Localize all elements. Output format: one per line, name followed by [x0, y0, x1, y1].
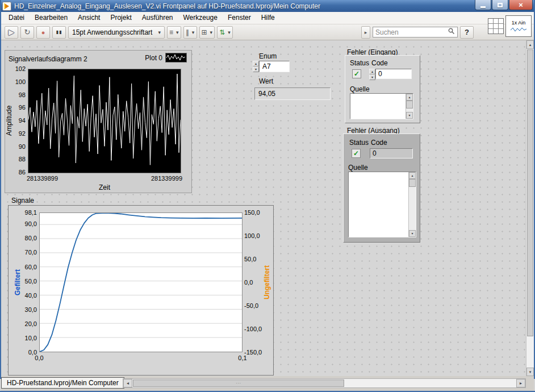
scroll-right-icon[interactable]: ▸	[516, 379, 525, 387]
quelle-indicator: ▴ ▾	[348, 172, 416, 237]
fehler-ausgang-cluster: Status Code ✓ 0 Quelle ▴ ▾	[343, 134, 420, 243]
scroll-down-icon[interactable]: ▾	[526, 368, 534, 376]
horizontal-scroll-thumb[interactable]: ∙∙∙	[133, 380, 344, 387]
wert-value: 94,05	[258, 90, 275, 98]
fehler-eingang-cluster: Status Code ✓ ▴ ▾ 0 Quelle ▴ ▾	[345, 55, 420, 123]
quelle-label: Quelle	[348, 164, 368, 172]
quelle-input[interactable]: ▴ ▾	[350, 93, 413, 119]
signale-graph[interactable]: Gefiltert 98,190,080,070,060,050,040,030…	[8, 205, 274, 376]
code-value-field: 0	[370, 148, 413, 159]
search-input[interactable]: Suchen	[373, 27, 458, 37]
search-scope-button[interactable]: ▸	[361, 26, 370, 39]
enum-spinner[interactable]: ▴ ▾	[253, 61, 259, 72]
spin-down-icon[interactable]: ▾	[253, 66, 259, 72]
help-button[interactable]: ?	[460, 26, 474, 39]
menu-bearbeiten[interactable]: Bearbeiten	[30, 12, 73, 24]
right-axis-ticks: 150,0100,050,00,0-50,0-100,0-150,0	[244, 206, 261, 375]
menu-ansicht[interactable]: Ansicht	[73, 12, 105, 24]
chevron-down-icon: ▾	[192, 30, 195, 35]
signale-right-tick: -50,0	[244, 302, 261, 309]
resize-objects-icon: ⊞	[202, 28, 207, 36]
menu-werkzeuge[interactable]: Werkzeuge	[178, 12, 222, 24]
vi-icon-waveform	[510, 27, 527, 32]
waveform-y-tick: 88	[9, 156, 26, 162]
scroll-down-icon[interactable]: ▾	[409, 230, 416, 237]
quelle-scrollbar[interactable]: ▴ ▾	[406, 94, 413, 119]
minimize-icon	[480, 6, 486, 8]
code-input[interactable]: ▴ ▾ 0	[369, 69, 412, 79]
menu-fenster[interactable]: Fenster	[223, 12, 256, 24]
vi-icon: 1x Ain	[505, 15, 532, 37]
signale-left-tick: 20,0	[20, 320, 37, 327]
spin-up-icon[interactable]: ▴	[369, 69, 375, 74]
menu-datei[interactable]: Datei	[3, 12, 30, 24]
plot-legend[interactable]: Plot 0	[145, 53, 187, 62]
maximize-button[interactable]	[492, 0, 508, 10]
font-selector[interactable]: 15pt Anwendungsschriftart ▾	[68, 26, 165, 39]
vertical-scroll-thumb[interactable]	[527, 49, 533, 336]
scroll-up-icon[interactable]: ▴	[409, 172, 416, 179]
menu-ausfuehren[interactable]: Ausführen	[137, 12, 178, 24]
titlebar[interactable]: HD_Einzelner_Analog_Eingang_Auslesen_V2.…	[0, 0, 535, 12]
menu-hilfe[interactable]: Hilfe	[256, 12, 280, 24]
vertical-scrollbar[interactable]: ▴ ▾	[526, 40, 534, 376]
waveform-plot-area[interactable]	[28, 69, 181, 173]
wert-label: Wert	[259, 77, 273, 85]
waveform-y-tick: 92	[9, 130, 26, 137]
run-button[interactable]: ▶	[5, 26, 18, 39]
signale-left-tick: 30,0	[20, 306, 37, 313]
code-value: 0	[373, 149, 377, 157]
spin-up-icon[interactable]: ▴	[253, 61, 259, 66]
status-led[interactable]: ✓	[352, 69, 361, 78]
menu-projekt[interactable]: Projekt	[105, 12, 136, 24]
code-value-field[interactable]: 0	[375, 69, 412, 79]
distribute-objects-dropdown[interactable]: ∥ ▾	[183, 26, 197, 39]
code-label: Code	[371, 59, 388, 67]
scroll-left-icon[interactable]: ◂	[123, 379, 132, 387]
left-axis-ticks: 98,190,080,070,060,050,040,030,020,010,0…	[20, 206, 37, 375]
signale-left-tick: 10,0	[20, 335, 37, 341]
align-objects-dropdown[interactable]: ≡ ▾	[167, 26, 181, 39]
waveform-chart[interactable]: Signalverlaufsdiagramm 2 Plot 0 Amplitud…	[5, 50, 192, 193]
spin-down-icon[interactable]: ▾	[369, 74, 375, 80]
waveform-y-tick: 94	[9, 117, 26, 124]
pause-button[interactable]: ▮▮	[52, 26, 66, 39]
reorder-dropdown[interactable]: ⇅ ▾	[217, 26, 233, 39]
signale-label: Signale	[11, 197, 34, 205]
enum-value: A7	[262, 62, 271, 70]
check-icon: ✓	[354, 70, 360, 77]
scroll-down-icon[interactable]: ▾	[406, 112, 413, 119]
code-spinner[interactable]: ▴ ▾	[369, 69, 375, 79]
waveform-y-tick: 86	[9, 169, 26, 176]
target-context-tab[interactable]: HD-Pruefstand.lvproj/Mein Computer	[1, 377, 124, 389]
resize-objects-dropdown[interactable]: ⊞ ▾	[199, 26, 215, 39]
chevron-down-icon: ▾	[158, 30, 161, 35]
scroll-thumb[interactable]	[409, 179, 416, 187]
code-value: 0	[378, 70, 382, 78]
enum-control[interactable]: ▴ ▾ A7	[253, 61, 290, 72]
quelle-scrollbar[interactable]: ▴ ▾	[408, 172, 416, 237]
horizontal-scrollbar[interactable]: ◂ ∙∙∙ ▸	[123, 378, 526, 388]
scroll-thumb[interactable]	[406, 101, 413, 109]
enum-value-field[interactable]: A7	[259, 61, 290, 72]
scrollbar-corner	[526, 376, 534, 391]
signale-plot-area[interactable]	[39, 212, 243, 352]
plot0-sample-icon	[165, 53, 187, 62]
close-button[interactable]: ×	[509, 0, 533, 10]
scroll-up-icon[interactable]: ▴	[406, 94, 413, 101]
scroll-up-icon[interactable]: ▴	[526, 40, 534, 49]
window-title: HD_Einzelner_Analog_Eingang_Auslesen_V2.…	[14, 2, 320, 10]
run-continuous-icon: ↻	[24, 28, 31, 36]
right-axis-label: Ungefiltert	[262, 212, 271, 352]
front-panel: Signalverlaufsdiagramm 2 Plot 0 Amplitud…	[1, 40, 526, 376]
run-icon: ▶	[9, 28, 14, 36]
run-continuous-button[interactable]: ↻	[20, 26, 34, 39]
icon-pane: 1x Ain	[488, 14, 532, 39]
waveform-y-axis-ticks: 10210098969492908886	[9, 51, 26, 193]
maximize-icon	[498, 3, 503, 7]
signale-right-tick: 100,0	[244, 232, 261, 239]
abort-button[interactable]: ●	[36, 26, 50, 39]
menu-bar: Datei Bearbeiten Ansicht Projekt Ausführ…	[1, 12, 534, 24]
chevron-down-icon: ▾	[210, 30, 213, 35]
minimize-button[interactable]	[475, 0, 491, 10]
